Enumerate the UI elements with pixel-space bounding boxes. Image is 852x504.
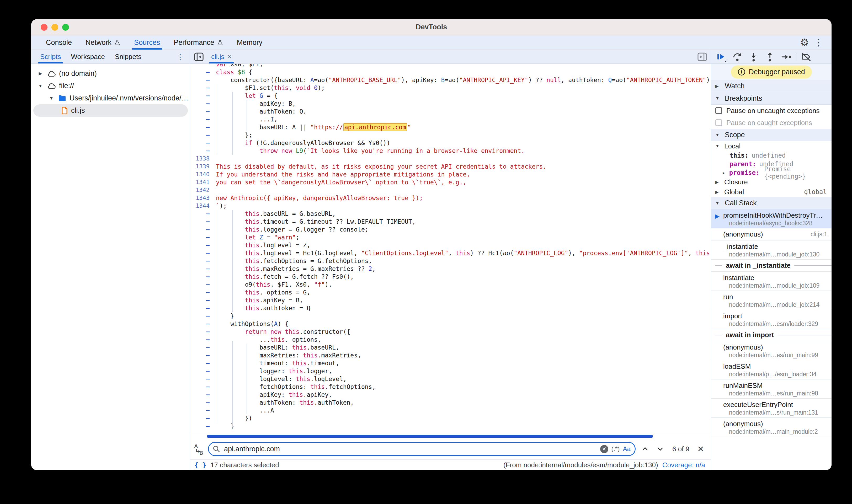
scope-var-promise[interactable]: ▶ promise: Promise {<pending>} [711, 168, 832, 177]
chevron-right-icon[interactable]: ▶ [723, 171, 728, 175]
line-gutter[interactable]: – [190, 328, 212, 336]
section-breakpoints[interactable]: ▼ Breakpoints [711, 92, 832, 105]
section-call-stack[interactable]: ▼ Call Stack [711, 197, 832, 209]
step-into-button[interactable] [747, 51, 761, 63]
line-gutter[interactable]: – [190, 407, 212, 414]
line-gutter[interactable]: 1341 [190, 178, 212, 186]
close-tab-icon[interactable]: × [228, 53, 232, 61]
line-gutter[interactable]: – [190, 147, 212, 155]
zoom-window-button[interactable] [62, 24, 69, 31]
close-search-icon[interactable]: ✕ [696, 444, 706, 454]
line-gutter[interactable]: – [190, 218, 212, 226]
call-stack-frame[interactable]: instantiatenode:internal/m…module_job:10… [711, 272, 832, 291]
line-gutter[interactable]: – [190, 367, 212, 375]
line-gutter[interactable]: – [190, 249, 212, 257]
line-gutter[interactable]: – [190, 320, 212, 328]
navigator-kebab-icon[interactable]: ⋮ [173, 52, 188, 61]
step-over-button[interactable] [730, 51, 744, 63]
pretty-print-icon[interactable]: { } [194, 461, 206, 469]
tree-item-cli-js[interactable]: cli.js [33, 104, 188, 117]
line-gutter[interactable]: – [190, 84, 212, 92]
line-gutter[interactable]: – [190, 375, 212, 383]
tab-network[interactable]: Network [79, 35, 127, 50]
line-gutter[interactable]: – [190, 422, 212, 430]
line-gutter[interactable]: – [190, 139, 212, 147]
line-gutter[interactable]: – [190, 210, 212, 218]
call-stack-frame[interactable]: runMainESMnode:internal/m…es/run_main:98 [711, 379, 832, 399]
tab-memory[interactable]: Memory [230, 35, 269, 50]
line-gutter[interactable]: – [190, 131, 212, 139]
tree-item-folder[interactable]: Users/jinhuilee/.nvm/versions/node/v2… [31, 92, 190, 104]
line-gutter[interactable]: – [190, 296, 212, 304]
call-stack-frame[interactable]: runnode:internal/m…module_job:214 [711, 291, 832, 310]
hide-navigator-icon[interactable] [194, 52, 204, 62]
line-gutter[interactable] [190, 64, 212, 68]
line-gutter[interactable]: – [190, 399, 212, 407]
origin-link[interactable]: node:internal/modules/esm/module_job:130 [523, 461, 656, 469]
line-gutter[interactable]: 1344 [190, 202, 212, 210]
pause-caught-row[interactable]: Pause on caught exceptions [711, 117, 832, 129]
tab-console[interactable]: Console [39, 35, 79, 50]
tree-item-file-protocol[interactable]: file:// [31, 80, 190, 92]
line-gutter[interactable]: – [190, 108, 212, 115]
call-stack-frame[interactable]: (anonymous)node:internal/m…main_module:2 [711, 418, 832, 437]
step-out-button[interactable] [763, 51, 777, 63]
line-gutter[interactable]: – [190, 233, 212, 241]
line-gutter[interactable]: – [190, 100, 212, 108]
line-gutter[interactable]: – [190, 273, 212, 281]
line-gutter[interactable]: 1339 [190, 163, 212, 170]
coverage-link[interactable]: Coverage: n/a [662, 461, 705, 469]
line-gutter[interactable]: 1343 [190, 194, 212, 202]
line-gutter[interactable]: – [190, 281, 212, 288]
call-stack-frame[interactable]: (anonymous)cli.js:1 [711, 229, 832, 240]
line-gutter[interactable]: – [190, 115, 212, 123]
chevron-down-icon[interactable] [48, 96, 55, 101]
line-gutter[interactable]: – [190, 352, 212, 359]
line-gutter[interactable]: – [190, 92, 212, 100]
line-gutter[interactable]: – [190, 288, 212, 296]
line-gutter[interactable]: – [190, 68, 212, 76]
section-watch[interactable]: ▶ Watch [711, 80, 832, 92]
line-gutter[interactable]: – [190, 359, 212, 367]
section-scope[interactable]: ▼ Scope [711, 129, 832, 141]
line-gutter[interactable]: – [190, 76, 212, 84]
line-gutter[interactable]: – [190, 123, 212, 131]
call-stack-frame[interactable]: promiseInitHookWithDestroyTr…node:intern… [711, 209, 832, 229]
call-stack-frame[interactable]: importnode:internal/m…esm/loader:329 [711, 310, 832, 329]
search-input[interactable] [224, 445, 597, 453]
call-stack-frame[interactable]: (anonymous)node:internal/m…es/run_main:9… [711, 341, 832, 360]
regex-toggle[interactable]: (.*) [611, 445, 620, 453]
navigator-tab-workspace[interactable]: Workspace [66, 50, 110, 64]
step-button[interactable] [779, 51, 793, 63]
line-gutter[interactable]: – [190, 312, 212, 320]
line-gutter[interactable]: – [190, 257, 212, 265]
previous-match-button[interactable] [639, 445, 651, 453]
chevron-down-icon[interactable] [37, 84, 44, 89]
checkbox-unchecked[interactable] [715, 107, 722, 114]
line-gutter[interactable]: 1340 [190, 170, 212, 178]
tab-performance[interactable]: Performance [167, 35, 230, 50]
navigator-tab-snippets[interactable]: Snippets [110, 50, 146, 64]
line-gutter[interactable]: – [190, 414, 212, 422]
open-file-tab[interactable]: cli.js × [207, 50, 236, 64]
line-gutter[interactable]: 1342 [190, 186, 212, 194]
show-debugger-sidebar-icon[interactable] [697, 52, 707, 62]
line-gutter[interactable]: 1338 [190, 155, 212, 163]
line-gutter[interactable]: – [190, 383, 212, 391]
tab-sources[interactable]: Sources [127, 35, 167, 50]
line-gutter[interactable]: – [190, 336, 212, 343]
horizontal-scrollbar[interactable] [207, 435, 653, 438]
line-gutter[interactable]: – [190, 265, 212, 273]
scope-local[interactable]: ▼ Local [711, 141, 832, 151]
tree-item-no-domain[interactable]: (no domain) [31, 67, 190, 80]
line-gutter[interactable]: – [190, 343, 212, 352]
code-editor[interactable]: var Xs0, $F1;–class $8 {– constructor({b… [190, 64, 711, 434]
call-stack-frame[interactable]: executeUserEntryPointnode:internal/m…s/r… [711, 399, 832, 418]
call-stack-frame[interactable]: loadESMnode:internal/p…/esm_loader:34 [711, 360, 832, 379]
scope-global[interactable]: ▶ Global global [711, 187, 832, 197]
chevron-right-icon[interactable] [37, 71, 44, 76]
line-gutter[interactable]: – [190, 391, 212, 399]
kebab-menu-icon[interactable]: ⋮ [813, 38, 825, 47]
deactivate-breakpoints-icon[interactable] [800, 51, 813, 63]
match-case-toggle[interactable]: Aa [623, 445, 631, 453]
